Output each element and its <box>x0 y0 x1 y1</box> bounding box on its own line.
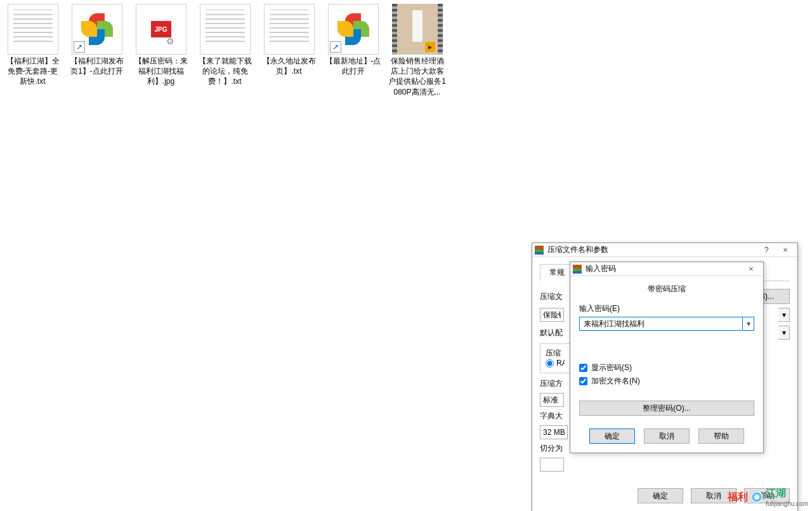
ok-button[interactable]: 确定 <box>638 488 683 503</box>
password-heading: 带密码压缩 <box>579 284 754 295</box>
txt-file-icon <box>8 4 58 55</box>
method-label: 压缩方 <box>540 378 565 389</box>
show-password-checkbox[interactable]: 显示密码(S) <box>579 362 754 373</box>
txt-file-icon <box>200 4 251 55</box>
manage-passwords-button[interactable]: 整理密码(O)... <box>579 401 754 416</box>
checkbox-label: 显示密码(S) <box>591 362 632 373</box>
winrar-icon <box>573 265 582 274</box>
file-item[interactable]: JPG ⚙ 【解压密码：来福利江湖找福利】.jpg <box>131 3 191 88</box>
dict-label: 字典大 <box>540 411 565 421</box>
format-fieldset-label: 压缩 <box>546 348 565 359</box>
file-label: 【来了就能下载的论坛，纯免费！】.txt <box>196 56 254 87</box>
dialog-title: 输入密码 <box>586 263 742 274</box>
password-dialog: 输入密码 × 带密码压缩 输入密码(E) ▾ 显示密码(S) 加密文件名(N) … <box>570 262 764 453</box>
radio-label: RA <box>556 359 565 368</box>
watermark-url: fulijianghu.com <box>766 500 808 507</box>
file-item[interactable]: ↗ 【福利江湖发布页1】-点此打开 <box>67 3 127 77</box>
tab-general[interactable]: 常规 <box>540 264 574 281</box>
encrypt-filenames-input[interactable] <box>579 377 587 385</box>
show-password-input[interactable] <box>579 364 587 372</box>
split-label: 切分为 <box>540 443 565 454</box>
dropdown-arrow-icon[interactable]: ▾ <box>778 326 790 340</box>
close-button[interactable]: × <box>742 263 761 275</box>
split-input[interactable] <box>540 458 564 472</box>
file-label: 【永久地址发布页】.txt <box>260 56 318 76</box>
winrar-icon <box>535 246 544 255</box>
dropdown-arrow-icon[interactable]: ▾ <box>743 317 754 331</box>
cancel-button[interactable]: 取消 <box>644 428 690 444</box>
file-label: 保险销售经理酒店上门给大款客户提供贴心服务1080P高清无... <box>388 56 446 97</box>
jpg-badge: JPG <box>151 21 171 37</box>
file-label: 【福利江湖】全免费-无套路-更新快.txt <box>4 56 62 87</box>
shortcut-arrow-icon: ↗ <box>330 41 341 53</box>
titlebar[interactable]: 输入密码 × <box>570 262 763 276</box>
radio-rar[interactable]: RA <box>546 359 565 368</box>
encrypt-filenames-checkbox[interactable]: 加密文件名(N) <box>579 376 754 387</box>
pinwheel-shortcut-icon: ↗ <box>72 4 122 55</box>
file-label: 【福利江湖发布页1】-点此打开 <box>68 56 126 76</box>
file-label: 【解压密码：来福利江湖找福利】.jpg <box>132 56 190 87</box>
help-button[interactable]: ? <box>757 244 776 256</box>
watermark-icon <box>750 491 763 503</box>
dropdown-arrow-icon[interactable]: ▾ <box>778 308 790 322</box>
method-select[interactable] <box>540 393 564 407</box>
file-item[interactable]: 【来了就能下载的论坛，纯免费！】.txt <box>195 3 255 88</box>
file-label: 【最新地址】-点此打开 <box>324 56 382 76</box>
archive-name-input[interactable] <box>540 308 564 322</box>
play-badge-icon: ▶ <box>425 42 435 52</box>
watermark: 福利 江湖 fulijianghu.com <box>728 487 808 507</box>
archive-name-label: 压缩文 <box>540 291 565 302</box>
titlebar[interactable]: 压缩文件名和参数 ? × <box>532 243 797 257</box>
close-button[interactable]: × <box>776 244 795 256</box>
desktop: 【福利江湖】全免费-无套路-更新快.txt ↗ 【福利江湖发布页1】-点此打开 … <box>0 0 812 101</box>
watermark-text: 江湖 <box>766 488 786 498</box>
jpg-file-icon: JPG ⚙ <box>136 4 187 55</box>
dict-select[interactable] <box>540 425 568 439</box>
gear-icon: ⚙ <box>166 36 174 46</box>
ok-button[interactable]: 确定 <box>589 428 635 444</box>
pinwheel-shortcut-icon: ↗ <box>328 4 379 55</box>
dialog-title: 压缩文件名和参数 <box>547 244 757 255</box>
file-item[interactable]: ▶ 保险销售经理酒店上门给大款客户提供贴心服务1080P高清无... <box>387 3 447 98</box>
txt-file-icon <box>264 4 315 55</box>
profile-label: 默认配 <box>540 328 565 338</box>
password-label: 输入密码(E) <box>579 303 754 314</box>
file-item[interactable]: ↗ 【最新地址】-点此打开 <box>323 3 383 77</box>
radio-rar-input[interactable] <box>546 359 554 368</box>
video-file-icon: ▶ <box>392 4 443 55</box>
checkbox-label: 加密文件名(N) <box>591 376 640 387</box>
file-item[interactable]: 【永久地址发布页】.txt <box>259 3 319 77</box>
password-input[interactable] <box>579 317 743 331</box>
watermark-text: 福利 <box>728 491 748 504</box>
help-button[interactable]: 帮助 <box>698 428 744 444</box>
shortcut-arrow-icon: ↗ <box>74 41 85 53</box>
dialog-footer: 确定 取消 帮助 <box>570 422 763 453</box>
file-item[interactable]: 【福利江湖】全免费-无套路-更新快.txt <box>3 3 63 88</box>
